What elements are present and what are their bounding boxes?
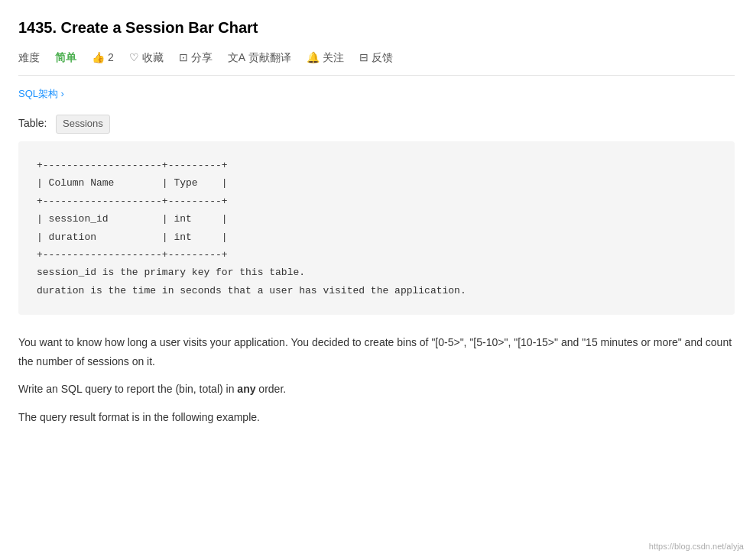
follow-button[interactable]: 🔔 关注 xyxy=(307,49,344,66)
follow-icon: 🔔 xyxy=(307,49,320,66)
difficulty-value: 简单 xyxy=(55,49,76,66)
schema-box: +--------------------+---------+ | Colum… xyxy=(18,141,735,315)
feedback-icon: ⊟ xyxy=(359,49,368,66)
difficulty-label: 难度 xyxy=(18,49,40,66)
any-bold: any xyxy=(237,383,255,395)
feedback-label: 反馈 xyxy=(372,49,393,66)
description-para2: Write an SQL query to report the (bin, t… xyxy=(18,380,735,399)
like-count: 2 xyxy=(108,49,114,66)
table-label-row: Table: Sessions xyxy=(18,115,735,134)
like-button[interactable]: 👍 2 xyxy=(92,49,114,66)
share-button[interactable]: ⊡ 分享 xyxy=(179,49,213,66)
share-icon: ⊡ xyxy=(179,49,188,66)
feedback-button[interactable]: ⊟ 反馈 xyxy=(359,49,393,66)
collect-label: 收藏 xyxy=(142,49,164,66)
description-para1: You want to know how long a user visits … xyxy=(18,333,735,371)
collect-icon: ♡ xyxy=(129,49,139,66)
page-title: 1435. Create a Session Bar Chart xyxy=(18,15,735,40)
description-section: You want to know how long a user visits … xyxy=(18,333,735,426)
follow-label: 关注 xyxy=(323,49,344,66)
schema-content: +--------------------+---------+ | Colum… xyxy=(37,157,716,299)
translate-label: 贡献翻译 xyxy=(248,49,291,66)
like-icon: 👍 xyxy=(92,49,105,66)
translate-icon: 文A xyxy=(228,49,245,66)
collect-button[interactable]: ♡ 收藏 xyxy=(129,49,164,66)
share-label: 分享 xyxy=(191,49,213,66)
table-name-badge: Sessions xyxy=(56,115,110,134)
table-label-text: Table: xyxy=(18,117,47,129)
translate-button[interactable]: 文A 贡献翻译 xyxy=(228,49,291,66)
description-para3: The query result format is in the follow… xyxy=(18,408,735,427)
breadcrumb[interactable]: SQL架构 › xyxy=(18,86,735,102)
toolbar: 难度 简单 👍 2 ♡ 收藏 ⊡ 分享 文A 贡献翻译 🔔 关注 ⊟ 反馈 xyxy=(18,49,735,76)
